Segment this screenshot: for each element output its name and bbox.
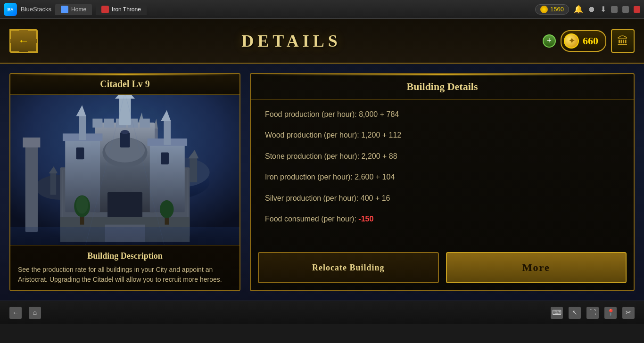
svg-rect-32 [121, 130, 129, 134]
add-gold-button[interactable]: + [543, 34, 556, 48]
tab-game-label: Iron Throne [112, 6, 141, 13]
stat-stone-production: Stone production (per hour): 2,200 + 88 [265, 151, 619, 162]
svg-point-42 [160, 200, 174, 218]
svg-rect-43 [10, 227, 239, 245]
relocate-building-button[interactable]: Relocate Building [258, 252, 439, 283]
taskbar-keyboard-icon[interactable]: ⌨ [551, 307, 563, 319]
download-icon[interactable]: ⬇ [600, 5, 606, 14]
details-header: Building Details [251, 74, 634, 100]
game-icon [101, 6, 109, 13]
close-button[interactable] [634, 6, 640, 13]
corner-tl [10, 30, 19, 39]
stat-food-consumed-label: Food consumed (per hour): [265, 215, 358, 223]
taskbar-home-button[interactable]: ⌂ [29, 307, 41, 319]
game-area: ← DETAILS + ✦ 660 🏛 Citadel Lv 9 [0, 19, 644, 324]
stat-stone-label: Stone production (per hour): 2,200 + 88 [265, 152, 397, 160]
minimize-button[interactable] [611, 6, 618, 13]
bs-coin-icon [540, 6, 548, 13]
titlebar-controls: 1560 🔔 ⏺ ⬇ [535, 4, 640, 15]
stat-iron-label: Iron production (per hour): 2,600 + 104 [265, 173, 395, 181]
svg-rect-18 [140, 119, 150, 128]
details-panel: Building Details Food production (per ho… [250, 73, 635, 291]
app-name: BlueStacks [21, 6, 51, 13]
svg-rect-48 [50, 172, 57, 195]
taskbar-cursor-icon[interactable]: ↖ [569, 307, 581, 319]
desc-text: See the production rate for all building… [18, 265, 232, 285]
corner-tr [28, 30, 37, 39]
bluestacks-logo: BS [4, 3, 17, 16]
stat-food-production: Food production (per hour): 8,000 + 784 [265, 109, 619, 120]
bank-icon: 🏛 [617, 34, 628, 48]
svg-rect-9 [25, 142, 38, 232]
svg-rect-19 [119, 98, 131, 125]
stat-wood-production: Wood production (per hour): 1,200 + 112 [265, 130, 619, 140]
page-title: DETAILS [38, 31, 545, 51]
header-right: + ✦ 660 🏛 [545, 29, 635, 53]
corner-bl [10, 43, 19, 52]
svg-rect-34 [161, 153, 169, 164]
svg-point-40 [76, 196, 88, 213]
tab-home-label: Home [71, 6, 86, 13]
stat-food-label: Food production (per hour): 8,000 + 784 [265, 110, 399, 118]
gold-display: ✦ 660 [561, 30, 606, 52]
stat-iron-production: Iron production (per hour): 2,600 + 104 [265, 172, 619, 182]
building-title: Citadel Lv 9 [10, 74, 239, 95]
more-button[interactable]: More [446, 252, 627, 283]
svg-rect-29 [164, 120, 171, 145]
back-button[interactable]: ← [9, 29, 38, 53]
building-description-section: Building Description See the production … [10, 245, 239, 290]
record-icon[interactable]: ⏺ [588, 5, 595, 14]
taskbar-location-icon[interactable]: 📍 [604, 307, 617, 319]
taskbar-back-button[interactable]: ← [9, 307, 22, 319]
taskbar-right: ⌨ ↖ ⛶ 📍 ✂ [551, 307, 635, 319]
game-header: ← DETAILS + ✦ 660 🏛 [0, 19, 644, 64]
bank-button[interactable]: 🏛 [611, 29, 635, 53]
details-buttons: Relocate Building More [251, 245, 634, 290]
stat-food-consumed: Food consumed (per hour): -150 [265, 214, 619, 224]
gold-amount: 660 [583, 35, 598, 47]
taskbar-resize-icon[interactable]: ⛶ [586, 307, 599, 319]
notification-icon[interactable]: 🔔 [574, 5, 583, 14]
home-icon [61, 6, 68, 13]
bs-currency-display: 1560 [535, 4, 569, 15]
svg-rect-33 [76, 147, 84, 159]
svg-rect-46 [190, 157, 197, 182]
svg-rect-14 [92, 119, 102, 128]
svg-rect-15 [104, 119, 114, 128]
corner-br [28, 43, 37, 52]
svg-rect-10 [23, 138, 40, 147]
building-card: Citadel Lv 9 [9, 73, 240, 291]
content-area: Citadel Lv 9 [0, 64, 644, 301]
plus-icon: + [547, 36, 552, 46]
titlebar: BS BlueStacks Home Iron Throne 1560 🔔 ⏺ … [0, 0, 644, 19]
stat-silver-label: Silver production (per hour): 400 + 16 [265, 194, 390, 202]
bs-currency-amount: 1560 [550, 6, 564, 13]
tab-home[interactable]: Home [55, 4, 92, 15]
desc-title: Building Description [18, 251, 232, 261]
stat-silver-production: Silver production (per hour): 400 + 16 [265, 193, 619, 204]
stat-wood-label: Wood production (per hour): 1,200 + 112 [265, 131, 401, 139]
svg-rect-31 [120, 132, 130, 147]
details-content: Food production (per hour): 8,000 + 784 … [251, 100, 634, 245]
taskbar-tools-icon[interactable]: ✂ [622, 307, 635, 319]
tab-iron-throne[interactable]: Iron Throne [96, 4, 147, 15]
castle-illustration [10, 95, 239, 245]
gold-coin-icon: ✦ [564, 33, 579, 49]
taskbar-left: ← ⌂ [9, 307, 41, 319]
building-image [10, 95, 239, 245]
restore-button[interactable] [622, 6, 629, 13]
taskbar: ← ⌂ ⌨ ↖ ⛶ 📍 ✂ [0, 301, 644, 324]
stat-food-consumed-value: -150 [358, 215, 373, 223]
svg-rect-25 [79, 115, 86, 140]
